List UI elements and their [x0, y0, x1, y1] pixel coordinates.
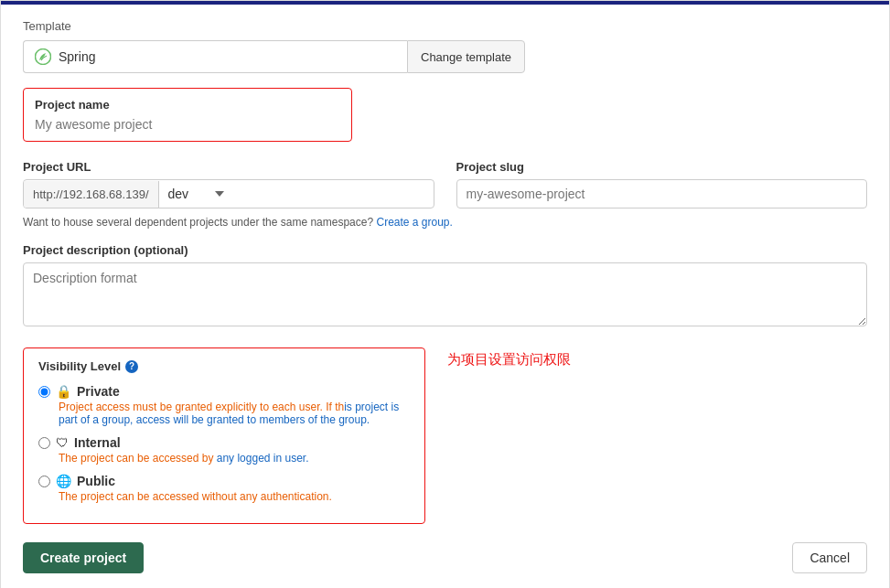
globe-icon: 🌐: [56, 474, 71, 488]
access-hint-container: 为项目设置访问权限: [447, 347, 571, 369]
radio-option-internal: 🛡 Internal The project can be accessed b…: [38, 435, 410, 465]
template-display: Spring: [23, 40, 407, 73]
bottom-actions: Create project Cancel: [23, 542, 867, 573]
url-select[interactable]: dev master main: [159, 180, 233, 208]
radio-private[interactable]: [38, 386, 50, 398]
url-slug-row: Project URL http://192.168.68.139/ dev m…: [23, 160, 867, 208]
visibility-label: Visibility Level: [38, 359, 121, 373]
create-project-button[interactable]: Create project: [23, 542, 144, 573]
namespace-hint: Want to house several dependent projects…: [23, 216, 867, 229]
template-label: Template: [23, 19, 867, 33]
project-slug-input[interactable]: [456, 179, 868, 208]
radio-row-internal: 🛡 Internal: [38, 435, 410, 450]
radio-option-private: 🔒 Private Project access must be granted…: [38, 384, 410, 426]
project-name-input[interactable]: [35, 117, 340, 132]
project-name-label: Project name: [35, 98, 340, 112]
radio-public-label: Public: [77, 474, 115, 488]
page-container: Template Spring Change template Project …: [0, 0, 890, 588]
group-access-link[interactable]: is project is part of a group, access wi…: [59, 401, 399, 426]
visibility-section: Visibility Level ? 🔒 Private Project acc…: [23, 347, 425, 524]
project-slug-label: Project slug: [456, 160, 868, 174]
bottom-row: Visibility Level ? 🔒 Private Project acc…: [23, 347, 867, 524]
logged-in-user-link[interactable]: any logged in user.: [217, 452, 309, 465]
spring-icon: [35, 48, 51, 65]
url-input-row: http://192.168.68.139/ dev master main: [23, 179, 434, 208]
access-hint: 为项目设置访问权限: [447, 351, 571, 369]
url-group: Project URL http://192.168.68.139/ dev m…: [23, 160, 434, 208]
url-prefix: http://192.168.68.139/: [24, 181, 159, 208]
radio-private-label: Private: [77, 384, 120, 399]
change-template-button[interactable]: Change template: [407, 40, 525, 73]
description-section: Project description (optional): [23, 243, 867, 329]
project-name-section: Project name: [23, 88, 352, 142]
namespace-hint-text: Want to house several dependent projects…: [23, 216, 373, 229]
top-border: [1, 1, 889, 5]
template-row: Spring Change template: [23, 40, 867, 73]
radio-row-private: 🔒 Private: [38, 384, 410, 399]
description-textarea[interactable]: [23, 262, 867, 326]
project-url-label: Project URL: [23, 160, 434, 174]
description-label: Project description (optional): [23, 243, 867, 257]
radio-internal-label: Internal: [74, 435, 121, 450]
slug-group: Project slug: [456, 160, 868, 208]
radio-public[interactable]: [38, 476, 50, 487]
create-group-link[interactable]: Create a group.: [376, 216, 452, 229]
radio-internal-desc: The project can be accessed by any logge…: [59, 452, 410, 465]
radio-internal[interactable]: [38, 437, 50, 449]
radio-row-public: 🌐 Public: [38, 474, 410, 488]
radio-option-public: 🌐 Public The project can be accessed wit…: [38, 474, 410, 503]
visibility-help-icon[interactable]: ?: [125, 360, 138, 373]
shield-icon: 🛡: [56, 435, 69, 450]
template-name: Spring: [59, 49, 95, 64]
visibility-title: Visibility Level ?: [38, 359, 410, 373]
cancel-button[interactable]: Cancel: [792, 542, 867, 573]
lock-icon: 🔒: [56, 384, 71, 399]
radio-private-desc: Project access must be granted explicitl…: [59, 401, 410, 426]
radio-public-desc: The project can be accessed without any …: [59, 490, 410, 503]
